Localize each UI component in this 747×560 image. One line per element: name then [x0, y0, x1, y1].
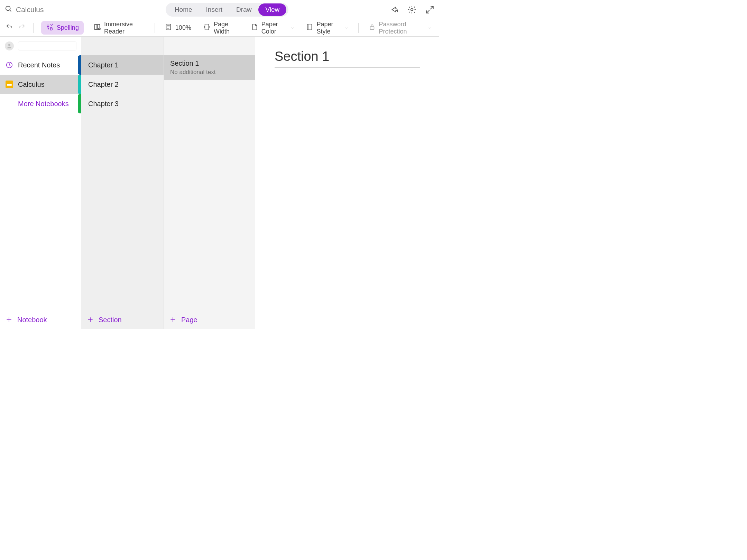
- more-notebooks[interactable]: More Notebooks: [0, 94, 81, 113]
- notebook-calculus[interactable]: Calculus: [0, 75, 81, 94]
- section-label: Chapter 2: [88, 81, 119, 88]
- clock-icon: [6, 61, 13, 69]
- section-label: Chapter 1: [88, 61, 119, 69]
- separator: [358, 23, 359, 33]
- section-color-tab: [78, 55, 81, 75]
- add-section-label: Section: [99, 316, 122, 324]
- undo-button[interactable]: [6, 23, 13, 32]
- avatar: [5, 41, 14, 50]
- sections-list: Chapter 1 Chapter 2 Chapter 3 Section: [81, 37, 164, 329]
- svg-point-12: [8, 44, 10, 46]
- separator: [33, 23, 34, 33]
- recent-notes-label: Recent Notes: [18, 61, 60, 69]
- settings-icon[interactable]: [407, 5, 416, 14]
- tab-draw[interactable]: Draw: [229, 3, 258, 16]
- tab-insert[interactable]: Insert: [199, 3, 230, 16]
- tab-home[interactable]: Home: [168, 3, 199, 16]
- page-width-label: Page Width: [214, 21, 239, 35]
- paper-color-button[interactable]: Paper Color: [249, 19, 296, 37]
- account-name-field[interactable]: [18, 41, 76, 50]
- search-icon: [5, 5, 12, 14]
- immersive-label: Immersive Reader: [104, 21, 145, 35]
- svg-line-1: [10, 10, 11, 12]
- add-page-button[interactable]: Page: [164, 310, 255, 329]
- chevron-down-icon: [290, 26, 294, 30]
- add-notebook-label: Notebook: [17, 316, 47, 324]
- redo-button[interactable]: [18, 23, 26, 32]
- plus-icon: [169, 316, 176, 323]
- password-protection-button[interactable]: Password Protection: [366, 19, 434, 37]
- paper-style-label: Paper Style: [316, 21, 341, 35]
- recent-notes[interactable]: Recent Notes: [0, 55, 81, 75]
- account-row[interactable]: [0, 37, 81, 55]
- svg-point-0: [6, 6, 10, 11]
- chevron-down-icon: [345, 26, 349, 30]
- search-text: Calculus: [16, 6, 44, 14]
- plus-icon: [87, 316, 94, 323]
- svg-rect-8: [205, 24, 209, 30]
- svg-rect-9: [307, 24, 312, 30]
- lock-icon: [368, 23, 376, 32]
- notebook-label: Calculus: [18, 81, 45, 88]
- add-page-label: Page: [181, 316, 197, 324]
- paper-style-icon: [306, 23, 313, 32]
- section-chapter-3[interactable]: Chapter 3: [81, 94, 164, 113]
- book-icon: [93, 23, 101, 32]
- paper-style-button[interactable]: Paper Style: [304, 19, 350, 37]
- section-chapter-2[interactable]: Chapter 2: [81, 75, 164, 94]
- svg-point-2: [411, 9, 413, 11]
- spelling-label: Spelling: [57, 24, 79, 31]
- section-color-tab: [78, 75, 81, 94]
- expand-icon[interactable]: [425, 5, 434, 14]
- share-icon[interactable]: [389, 5, 398, 14]
- spelling-button[interactable]: Spelling: [41, 21, 84, 35]
- svg-rect-11: [370, 27, 374, 29]
- page-section-1[interactable]: Section 1 No additional text: [164, 55, 255, 80]
- tab-view[interactable]: View: [258, 3, 286, 16]
- page-subtitle: No additional text: [170, 69, 249, 76]
- paper-color-label: Paper Color: [261, 21, 287, 35]
- page-icon: [165, 23, 172, 32]
- separator: [155, 23, 155, 33]
- pages-list: Section 1 No additional text Page: [164, 37, 255, 329]
- plus-icon: [6, 316, 12, 323]
- zoom-label: 100%: [175, 24, 191, 31]
- ribbon-tabs: Home Insert Draw View: [166, 3, 288, 17]
- section-chapter-1[interactable]: Chapter 1: [81, 55, 164, 75]
- add-notebook-button[interactable]: Notebook: [0, 310, 81, 329]
- page-width-button[interactable]: Page Width: [201, 19, 241, 37]
- page-title: Section 1: [170, 59, 249, 67]
- zoom-button[interactable]: 100%: [163, 22, 193, 34]
- page-width-icon: [203, 23, 211, 32]
- sections-pages-pane: Calculus ••• Chapter 1 Chapter 2 Chapter…: [81, 37, 255, 329]
- immersive-reader-button[interactable]: Immersive Reader: [91, 19, 147, 37]
- notebooks-pane: Recent Notes Calculus More Notebooks Not…: [0, 37, 81, 329]
- notebook-icon: [6, 81, 13, 88]
- add-section-button[interactable]: Section: [81, 310, 164, 329]
- section-label: Chapter 3: [88, 100, 119, 108]
- canvas-page-title[interactable]: Section 1: [275, 47, 420, 68]
- spelling-icon: [46, 23, 54, 32]
- search[interactable]: Calculus: [5, 5, 112, 14]
- more-notebooks-label: More Notebooks: [18, 100, 69, 108]
- section-color-tab: [78, 94, 81, 113]
- chevron-down-icon: [428, 26, 432, 30]
- paper-color-icon: [251, 23, 258, 32]
- note-canvas[interactable]: Section 1: [255, 37, 439, 329]
- password-label: Password Protection: [379, 21, 425, 35]
